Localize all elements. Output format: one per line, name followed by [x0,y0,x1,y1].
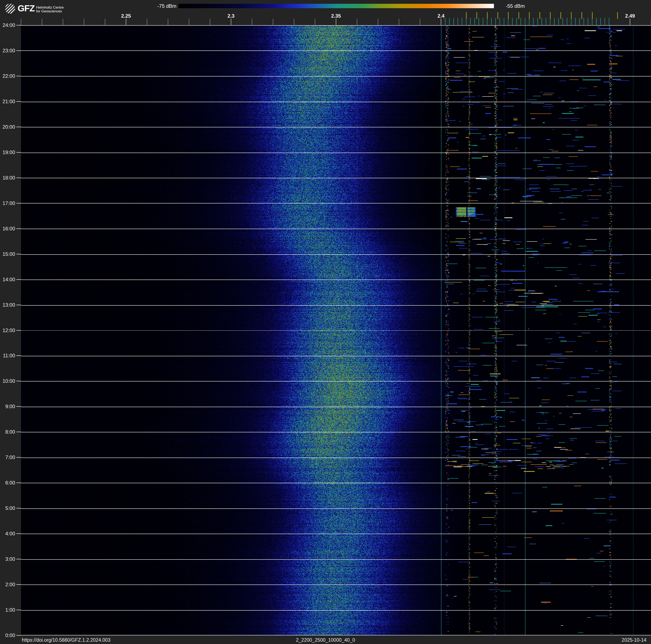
ble-channel-tick [567,18,567,25]
hour-label: 2:00 [0,582,15,587]
hour-tick-dash [17,127,21,127]
wifi-channel-tick [508,12,508,19]
wifi-channel-tick [476,12,477,19]
hour-label: 6:00 [0,480,15,486]
time-axis: 24:0023:0022:0021:0020:0019:0018:0017:00… [0,0,21,644]
wifi-channel-tick [592,12,593,19]
hour-tick-dash [17,406,21,407]
hour-tick-dash [17,381,21,381]
ble-channel-tick [508,18,508,25]
colorbar-min-label: -75 dBm [147,3,177,9]
ble-channel-tick [554,18,555,25]
freq-tick-label: 2.35 [331,13,341,19]
ble-channel-tick [529,18,529,25]
ble-channel-tick [458,18,458,25]
ble-channel-tick [466,18,466,25]
ble-channel-tick [478,18,479,25]
wifi-channel-tick [497,12,498,19]
hour-label: 17:00 [0,200,15,206]
hour-label: 19:00 [0,149,15,155]
freq-minor-tick [168,19,168,25]
freq-minor-tick [189,19,189,25]
ble-channel-tick [541,18,542,25]
ble-channel-tick [563,18,563,25]
hour-label: 12:00 [0,327,15,333]
ble-channel-tick [596,18,597,25]
freq-minor-tick [105,19,105,25]
hour-label: 10:00 [0,378,15,384]
freq-tick-label: 2.3 [227,13,235,19]
hour-tick-dash [17,482,21,483]
hour-tick-dash [17,254,21,254]
ble-channel-tick [517,18,517,25]
freq-minor-tick [210,19,210,25]
hour-label: 14:00 [0,276,15,283]
freq-minor-tick [420,19,420,25]
hour-tick-dash [17,203,21,203]
hour-label: 9:00 [0,404,15,409]
spectrogram-page: GFZ Helmholtz Centre for Geosciences -75… [0,0,651,644]
ble-channel-tick [512,18,513,25]
wifi-channel-tick [466,12,467,19]
freq-minor-tick [84,19,84,25]
freq-minor-tick [147,19,147,25]
logo-org-line1: Helmholtz Centre [36,6,64,9]
freq-minor-tick [399,19,399,25]
hour-label: 8:00 [0,429,15,435]
ble-channel-tick [487,18,488,25]
freq-minor-tick [42,19,42,25]
ble-channel-tick [609,18,609,25]
hour-tick-dash [17,330,21,331]
ble-channel-tick [491,18,492,25]
ble-channel-tick [588,18,588,25]
ble-channel-tick [579,18,580,25]
hour-tick-dash [17,559,21,559]
ble-channel-tick [533,18,534,25]
hour-tick-dash [17,432,21,432]
hour-tick-dash [17,178,21,178]
footer-date: 2025-10-14 [622,637,646,643]
colorbar-gradient [179,4,494,8]
hour-tick-dash [17,25,21,25]
ble-channel-tick [495,18,496,25]
wifi-channel-tick [519,12,519,19]
logo-org: Helmholtz Centre for Geosciences [36,6,64,13]
freq-major-tick [336,19,336,25]
freq-major-tick [441,19,441,25]
ble-channel-tick [454,18,454,25]
freq-tick-label: 2.49 [625,13,635,19]
hour-label: 21:00 [0,98,15,105]
ble-channel-tick [558,18,559,25]
hour-label: 7:00 [0,455,15,460]
hour-tick-dash [17,101,21,102]
ble-channel-tick [462,18,462,25]
freq-major-tick [630,19,630,25]
freq-minor-tick [273,19,273,25]
ble-channel-tick [592,18,592,25]
freq-tick-label: 2.25 [121,13,131,19]
hour-tick-dash [17,152,21,153]
hour-label: 3:00 [0,556,15,562]
ble-channel-tick [546,18,546,25]
hour-label: 5:00 [0,505,15,511]
freq-major-tick [231,19,231,25]
hour-tick-dash [17,355,21,356]
hour-tick-dash [17,279,21,280]
colorbar-max-label: -55 dBm [506,3,525,9]
hour-tick-dash [17,533,21,534]
hour-tick-dash [17,584,21,585]
hour-tick-dash [17,610,21,610]
ble-channel-tick [504,18,504,25]
hour-label: 1:00 [0,607,15,613]
freq-minor-tick [315,19,315,25]
ble-channel-tick [470,18,471,25]
spectrogram-heatmap [21,25,651,635]
freq-major-tick [126,19,126,25]
ble-channel-tick [525,18,525,25]
ble-channel-tick [474,18,475,25]
hour-tick-dash [17,457,21,458]
freq-minor-tick [63,19,63,25]
hour-label: 20:00 [0,124,15,130]
ble-channel-tick [521,18,521,25]
ble-channel-tick [500,18,500,25]
